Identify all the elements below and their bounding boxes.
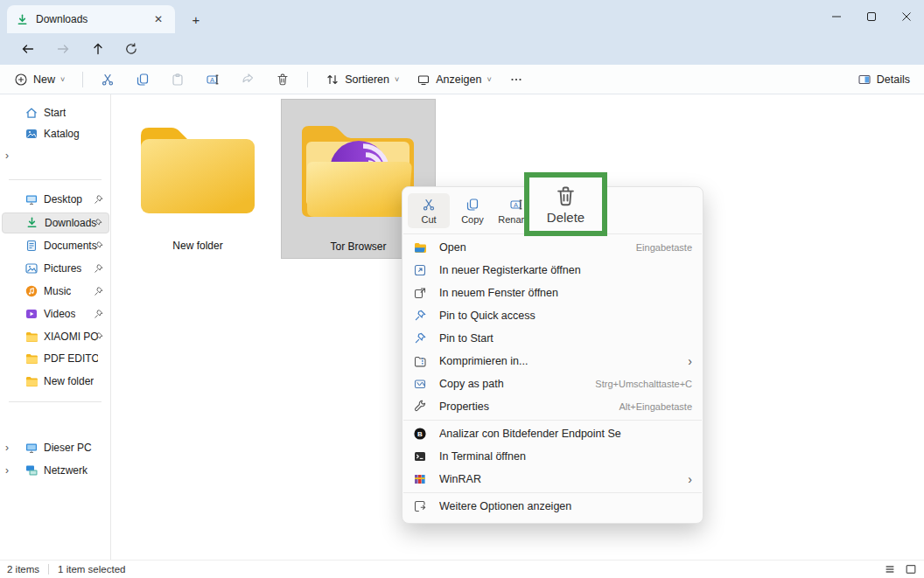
home-icon bbox=[24, 106, 38, 120]
document-icon bbox=[24, 239, 38, 253]
view-button[interactable]: Anzeigen ˅ bbox=[416, 73, 491, 87]
pictures-icon bbox=[24, 261, 38, 275]
menu-item-properties[interactable]: Properties Alt+Eingabetaste bbox=[402, 395, 703, 418]
refresh-icon[interactable] bbox=[124, 42, 138, 56]
folder-icon bbox=[136, 121, 260, 219]
sidebar-item-desktop[interactable]: Desktop bbox=[2, 189, 109, 210]
tab-downloads[interactable]: Downloads ✕ bbox=[7, 5, 175, 33]
menu-item-copy-as-path[interactable]: Copy as path Strg+Umschalttaste+C bbox=[402, 373, 703, 395]
file-tile-new-folder[interactable]: New folder bbox=[128, 98, 268, 257]
toolbar-separator bbox=[307, 72, 308, 87]
pin-icon bbox=[413, 331, 427, 345]
quick-action-cut[interactable]: Cut bbox=[408, 193, 450, 228]
music-icon bbox=[24, 284, 38, 298]
navigation-pane: Start Katalog › Desktop Downloads bbox=[0, 94, 111, 560]
menu-item-show-more-options[interactable]: Weitere Optionen anzeigen bbox=[402, 495, 703, 518]
sidebar-item-videos[interactable]: Videos bbox=[2, 303, 109, 324]
more-options-button[interactable] bbox=[509, 73, 523, 87]
network-icon bbox=[24, 463, 38, 477]
sidebar-divider bbox=[9, 401, 102, 402]
sidebar-item-xiaomi-poco[interactable]: XIAOMI POCO F bbox=[2, 326, 109, 347]
sidebar-expand-chevron[interactable]: › bbox=[2, 145, 109, 166]
pin-icon bbox=[93, 309, 104, 320]
menu-item-open-new-window[interactable]: In neuem Fenster öffnen bbox=[402, 282, 703, 304]
maximize-button[interactable] bbox=[854, 0, 889, 33]
gallery-icon bbox=[24, 127, 38, 141]
menu-item-bitdefender-scan[interactable]: B Analizar con Bitdefender Endpoint Se bbox=[402, 422, 703, 445]
menu-item-winrar[interactable]: WinRAR › bbox=[402, 468, 703, 491]
pin-icon bbox=[93, 194, 104, 205]
sidebar-item-dieser-pc[interactable]: › Dieser PC bbox=[2, 437, 109, 458]
chevron-right-icon: › bbox=[5, 150, 9, 162]
zip-folder-icon bbox=[413, 354, 427, 368]
pin-icon bbox=[93, 263, 104, 275]
terminal-icon bbox=[413, 449, 427, 463]
file-name: New folder bbox=[172, 240, 222, 252]
svg-text:A: A bbox=[514, 200, 518, 208]
delete-icon[interactable] bbox=[276, 73, 290, 87]
folder-icon bbox=[24, 374, 38, 388]
menu-item-compress[interactable]: Komprimieren in... › bbox=[402, 350, 703, 373]
rename-icon[interactable]: A bbox=[206, 73, 220, 87]
chevron-down-icon: ˅ bbox=[395, 75, 399, 84]
chevron-right-icon: › bbox=[5, 442, 9, 454]
cut-icon[interactable] bbox=[101, 73, 115, 87]
forward-icon[interactable] bbox=[56, 42, 70, 56]
new-tab-button[interactable]: + bbox=[186, 9, 206, 30]
paste-icon bbox=[171, 73, 185, 87]
large-thumbnails-view-icon[interactable] bbox=[905, 563, 917, 575]
svg-text:B: B bbox=[417, 430, 423, 438]
sidebar-item-new-folder[interactable]: New folder bbox=[2, 371, 109, 392]
chevron-right-icon: › bbox=[5, 464, 9, 477]
sort-button[interactable]: Sortieren ˅ bbox=[326, 73, 399, 87]
winrar-icon bbox=[413, 472, 427, 486]
sidebar-divider bbox=[9, 179, 102, 180]
chevron-down-icon: ˅ bbox=[60, 75, 65, 84]
tab-close-icon[interactable]: ✕ bbox=[150, 11, 166, 27]
details-label: Details bbox=[877, 73, 910, 86]
command-toolbar: New ˅ A Sortie bbox=[0, 65, 924, 94]
menu-item-pin-quick-access[interactable]: Pin to Quick access bbox=[402, 304, 703, 327]
more-options-icon bbox=[413, 499, 427, 513]
sidebar-item-katalog[interactable]: Katalog bbox=[2, 123, 109, 144]
title-bar: Downloads ✕ + bbox=[0, 0, 924, 33]
pin-icon bbox=[93, 240, 104, 252]
up-icon[interactable] bbox=[91, 42, 105, 56]
sidebar-item-pdf-editor[interactable]: PDF EDITOR bbox=[2, 348, 109, 369]
computer-icon bbox=[24, 441, 38, 455]
copy-icon[interactable] bbox=[136, 73, 150, 87]
menu-item-open-new-tab[interactable]: In neuer Registerkarte öffnen bbox=[402, 259, 703, 282]
share-icon bbox=[241, 73, 255, 87]
open-tab-icon bbox=[413, 263, 427, 277]
details-button[interactable]: Details bbox=[858, 73, 910, 87]
menu-item-open-terminal[interactable]: In Terminal öffnen bbox=[402, 445, 703, 468]
sidebar-item-music[interactable]: Music bbox=[2, 281, 109, 302]
sidebar-item-documents[interactable]: Documents bbox=[2, 235, 109, 256]
submenu-arrow-icon: › bbox=[688, 354, 692, 368]
context-menu: Cut Copy A Rename Open Eingabetaste In n… bbox=[402, 186, 704, 524]
folder-icon bbox=[24, 330, 38, 344]
status-separator bbox=[48, 564, 49, 575]
sidebar-item-downloads[interactable]: Downloads bbox=[2, 212, 109, 233]
back-icon[interactable] bbox=[21, 42, 35, 56]
quick-action-copy[interactable]: Copy bbox=[452, 193, 494, 228]
sort-label: Sortieren bbox=[345, 73, 389, 86]
details-view-icon[interactable] bbox=[884, 563, 896, 575]
minimize-button[interactable] bbox=[819, 0, 854, 33]
sidebar-item-netzwerk[interactable]: › Netzwerk bbox=[2, 460, 109, 481]
folder-icon bbox=[24, 352, 38, 366]
new-label: New bbox=[33, 73, 55, 86]
close-button[interactable] bbox=[889, 0, 924, 33]
new-button[interactable]: New ˅ bbox=[14, 73, 65, 87]
status-bar: 2 items 1 item selected bbox=[0, 560, 924, 578]
sidebar-item-start[interactable]: Start bbox=[2, 102, 109, 123]
download-icon bbox=[25, 216, 39, 230]
sidebar-item-pictures[interactable]: Pictures bbox=[2, 258, 109, 279]
pin-icon bbox=[93, 286, 104, 297]
svg-text:A: A bbox=[210, 75, 214, 83]
download-icon bbox=[16, 13, 29, 26]
menu-item-pin-to-start[interactable]: Pin to Start bbox=[402, 327, 703, 350]
delete-icon[interactable] bbox=[554, 185, 578, 208]
selected-count: 1 item selected bbox=[58, 564, 125, 575]
menu-item-open[interactable]: Open Eingabetaste bbox=[402, 236, 703, 259]
